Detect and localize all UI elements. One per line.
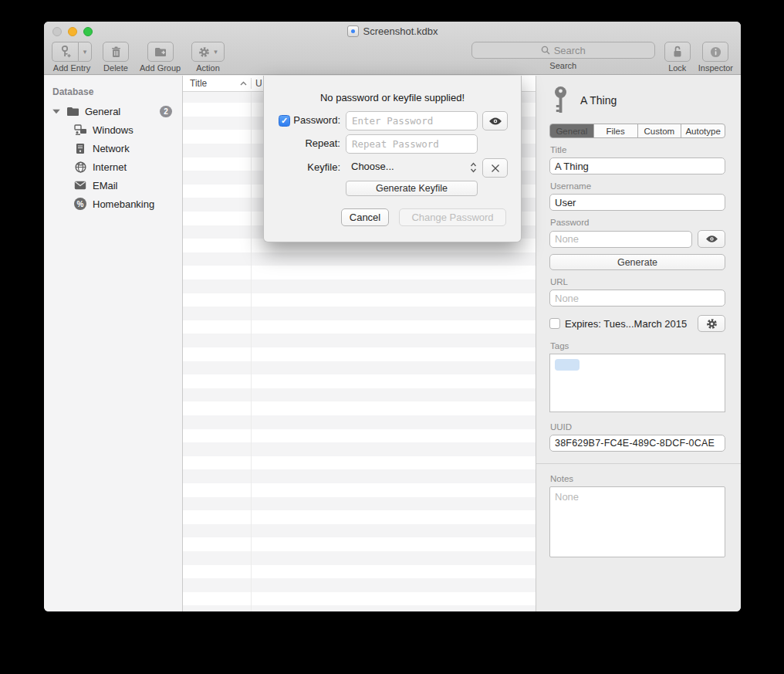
sidebar-header: Database (44, 82, 182, 102)
sidebar: Database General 2 (44, 76, 183, 611)
column-divider-line (251, 92, 252, 611)
expires-label: Expires: Tues...March 2015 (565, 318, 687, 330)
url-field[interactable] (549, 290, 725, 307)
expires-checkbox[interactable] (549, 318, 560, 329)
sidebar-item-label: Windows (93, 124, 133, 136)
sidebar-item-homebanking[interactable]: % Homebanking (44, 195, 182, 213)
generate-keyfile-button[interactable]: Generate Keyfile (346, 181, 478, 196)
add-entry-label: Add Entry (53, 63, 90, 73)
notes-field[interactable] (549, 486, 725, 557)
globe-icon (73, 161, 87, 173)
stepper-icon[interactable] (470, 162, 477, 173)
folder-icon (66, 106, 79, 117)
sidebar-item-network[interactable]: Network (44, 139, 182, 157)
chevron-down-icon: ▾ (83, 48, 87, 56)
add-entry-menu-button[interactable]: ▾ (78, 42, 92, 62)
repeat-label: Repeat: (264, 137, 340, 149)
zoom-button[interactable] (83, 27, 93, 36)
window-title-group: Screenshot.kdbx (347, 25, 438, 37)
inspector-panel: A Thing General Files Custom Autotype Ti… (536, 76, 741, 611)
sidebar-item-label: Internet (93, 161, 127, 173)
tab-files[interactable]: Files (594, 124, 638, 137)
inspector-item: Inspector (698, 42, 733, 73)
username-field[interactable] (549, 194, 725, 211)
dialog-password-label: Password: (264, 114, 340, 126)
sidebar-item-label: General (85, 106, 120, 117)
search-label: Search (549, 61, 576, 70)
tab-custom[interactable]: Custom (638, 124, 682, 137)
action-button[interactable]: ▾ (191, 42, 225, 62)
enter-password-input[interactable] (346, 111, 478, 130)
generate-password-button[interactable]: Generate (549, 254, 725, 270)
delete-label: Delete (103, 63, 128, 73)
lock-button[interactable] (664, 42, 691, 62)
action-item: ▾ Action (191, 42, 225, 73)
sidebar-item-general[interactable]: General 2 (44, 102, 182, 120)
add-entry-item: ▾ Add Entry (52, 42, 92, 73)
url-label: URL (550, 277, 725, 286)
entry-title: A Thing (580, 94, 617, 107)
sidebar-item-email[interactable]: EMail (44, 176, 182, 195)
close-x-icon (491, 164, 500, 173)
lock-open-icon (672, 46, 683, 58)
inspector-label: Inspector (698, 63, 733, 73)
column-header-username[interactable]: U (255, 78, 262, 89)
expires-settings-button[interactable] (698, 315, 725, 332)
column-header-title[interactable]: Title (183, 78, 207, 89)
gear-icon (198, 46, 210, 58)
add-group-item: Add Group (140, 42, 181, 73)
tags-field[interactable] (549, 354, 725, 412)
inspector-tabs: General Files Custom Autotype (549, 124, 725, 138)
key-plus-icon (60, 46, 71, 58)
search-icon (541, 46, 550, 55)
sidebar-item-label: Homebanking (93, 198, 154, 210)
column-divider[interactable] (251, 78, 252, 89)
cancel-button[interactable]: Cancel (341, 208, 389, 226)
title-field[interactable] (549, 157, 725, 174)
envelope-icon (73, 181, 87, 190)
change-password-button[interactable]: Change Password (399, 208, 506, 226)
repeat-password-input[interactable] (346, 134, 478, 154)
minimize-button[interactable] (68, 27, 77, 36)
keyfile-label: Keyfile: (264, 161, 340, 173)
add-group-button[interactable] (147, 42, 174, 62)
tab-autotype[interactable]: Autotype (681, 124, 725, 137)
chevron-down-icon: ▾ (214, 48, 218, 56)
close-button[interactable] (52, 27, 62, 36)
add-entry-button[interactable] (52, 42, 78, 62)
uuid-field[interactable] (549, 435, 725, 452)
reveal-password-button[interactable] (482, 111, 508, 130)
entry-header: A Thing (553, 86, 725, 114)
sidebar-item-internet[interactable]: Internet (44, 157, 182, 176)
disclosure-triangle-icon[interactable] (52, 109, 60, 113)
screen-background: { "window": { "title": "Screenshot.kdbx"… (0, 0, 784, 674)
tags-label: Tags (550, 341, 725, 351)
info-icon (710, 46, 721, 58)
expires-row: Expires: Tues...March 2015 (549, 315, 725, 332)
title-label: Title (550, 145, 725, 154)
gear-icon (706, 318, 718, 330)
inspector-button[interactable] (702, 42, 728, 62)
keyfile-popup[interactable]: Choose... (351, 161, 394, 172)
server-icon (73, 143, 87, 154)
tag-pill[interactable] (555, 359, 580, 371)
delete-button[interactable] (103, 42, 129, 62)
windows-network-icon (73, 124, 87, 136)
app-window: Screenshot.kdbx ▾ (44, 22, 741, 611)
traffic-lights (52, 27, 93, 36)
sidebar-item-label: Network (93, 143, 130, 154)
entry-count-badge: 2 (160, 106, 172, 117)
change-password-dialog: No password or keyfile supplied! ✓ Passw… (263, 76, 522, 242)
lock-item: Lock (664, 42, 691, 73)
reveal-password-button[interactable] (698, 230, 725, 248)
window-title: Screenshot.kdbx (363, 25, 438, 37)
password-field[interactable] (549, 231, 692, 248)
key-icon (553, 86, 569, 114)
clear-keyfile-button[interactable] (482, 158, 508, 178)
sidebar-item-windows[interactable]: Windows (44, 120, 182, 139)
tab-general[interactable]: General (550, 124, 594, 137)
eye-icon (705, 235, 718, 243)
search-input[interactable]: Search (471, 42, 655, 59)
eye-icon (488, 117, 502, 126)
notes-label: Notes (550, 474, 725, 483)
